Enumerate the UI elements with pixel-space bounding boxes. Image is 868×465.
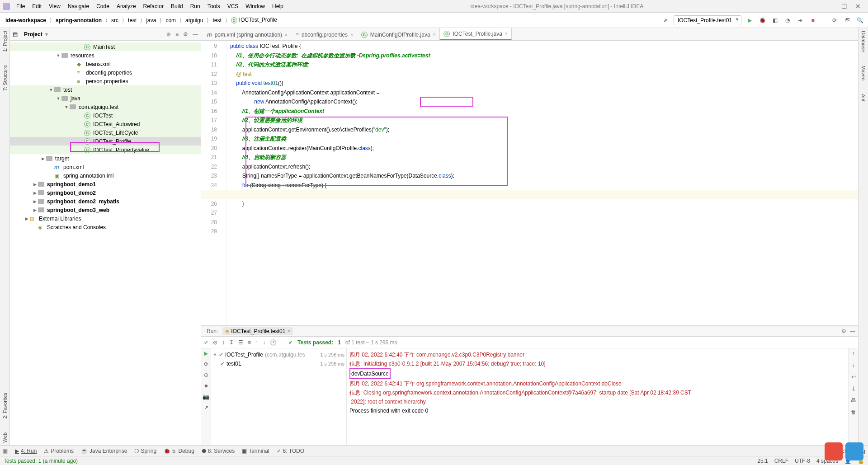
test-results-tree[interactable]: ▼✔IOCTest_Profile (com.atguigu.tes1 s 29… [211, 348, 347, 445]
editor-tab[interactable]: CMainConfigOfProfile.java× [357, 28, 440, 40]
menu-help[interactable]: Help [269, 1, 287, 11]
update-button[interactable]: ⟳ [830, 16, 839, 25]
close-icon[interactable]: × [433, 32, 436, 37]
print-icon[interactable]: 🖶 [851, 397, 856, 404]
code-line[interactable]: String[] namesForType = applicationConte… [230, 171, 454, 181]
console-line[interactable]: 四月 02, 2022 6:42:40 下午 com.mchange.v2.c3… [349, 350, 845, 359]
toolwindow-web[interactable]: Web [2, 432, 8, 442]
run-tab[interactable]: ⬘ IOCTest_Profile.test01 × [222, 327, 293, 335]
search-everywhere-button[interactable]: 🔍 [855, 16, 864, 25]
show-ignored-icon[interactable]: ⊘ [213, 339, 217, 346]
tree-item[interactable]: ▶springboot_demo2_mybatis [10, 197, 201, 206]
bottom-tab[interactable]: 🐞5: Debug [164, 448, 194, 454]
run-console[interactable]: 四月 02, 2022 6:42:40 下午 com.mchange.v2.c3… [347, 348, 848, 445]
code-line[interactable]: //3、注册主配置类 [230, 134, 454, 144]
collapse-icon[interactable]: ≡ [248, 339, 251, 346]
rerun-icon[interactable]: ▶ [204, 350, 208, 357]
tree-item[interactable]: ◈Scratches and Consoles [10, 223, 201, 231]
menu-file[interactable]: File [13, 1, 28, 11]
hide-icon[interactable]: — [193, 31, 198, 38]
run-button[interactable]: ▶ [745, 16, 754, 25]
maximize-button[interactable]: ☐ [841, 3, 847, 10]
hide-icon[interactable]: — [850, 328, 855, 334]
tree-item[interactable]: ▶springboot_demo1 [10, 180, 201, 188]
code-line[interactable]: @Test [230, 70, 454, 79]
tree-arrow-icon[interactable]: ▼ [48, 88, 54, 92]
bottom-tab[interactable]: ⬡Spring [134, 448, 156, 454]
close-button[interactable]: ✕ [855, 3, 861, 10]
close-icon[interactable]: × [350, 33, 353, 38]
debug-button[interactable]: 🐞 [758, 16, 767, 25]
tree-item[interactable]: CIOCTest_Profile [10, 137, 201, 146]
bottom-tab[interactable]: ▣Terminal [242, 448, 269, 454]
code-line[interactable]: applicationContext.register(MainConfigOf… [230, 144, 454, 153]
next-icon[interactable]: ↓ [263, 339, 265, 346]
console-line[interactable]: Process finished with exit code 0 [349, 406, 845, 415]
menu-refactor[interactable]: Refactor [140, 1, 167, 11]
layout-icon[interactable]: ↗ [204, 404, 208, 411]
bottom-tab[interactable]: ☕Java Enterprise [81, 448, 127, 454]
close-icon[interactable]: × [505, 31, 508, 36]
tree-item[interactable]: mpom.xml [10, 163, 201, 171]
close-icon[interactable]: × [287, 328, 290, 334]
bottom-tab[interactable]: ▶4: Run [15, 448, 37, 454]
export-icon[interactable]: 🕐 [270, 339, 277, 346]
tree-item[interactable]: ▶springboot_demo3_web [10, 206, 201, 214]
breadcrumb-item[interactable]: idea-workspace [4, 16, 48, 24]
bottom-tab[interactable]: ✓6: TODO [277, 448, 305, 454]
status-encoding[interactable]: UTF-8 [795, 458, 810, 464]
run-config-selector[interactable]: IOCTest_Profile.test01 [674, 15, 741, 25]
bottom-tab[interactable]: ⚠Problems [44, 448, 74, 454]
tree-arrow-icon[interactable]: ▼ [55, 96, 61, 101]
minimize-button[interactable]: — [827, 3, 833, 10]
code-line[interactable]: //1、创建一个applicationContext [230, 107, 454, 116]
test-tree-item[interactable]: ✔test011 s 296 ms [213, 359, 344, 368]
toolwindow-maven[interactable]: Maven [861, 66, 866, 80]
tree-item[interactable]: CIOCTest_LifeCycle [10, 128, 201, 137]
code-line[interactable]: public void test01(){ [230, 79, 454, 88]
stop-button[interactable]: ■ [808, 16, 817, 25]
menu-code[interactable]: Code [93, 1, 113, 11]
attach-button[interactable]: ➜ [796, 16, 805, 25]
toolwindow-database[interactable]: Database [861, 31, 866, 52]
tree-arrow-icon[interactable]: ▼ [55, 53, 61, 58]
editor-tab[interactable]: ≡dbconfig.properties× [292, 29, 357, 40]
breadcrumb-item[interactable]: test [211, 16, 223, 24]
menu-window[interactable]: Window [242, 1, 269, 11]
menu-run[interactable]: Run [187, 1, 204, 11]
project-tree[interactable]: CMainTest▼resources◆beans.xml≡dbconfig.p… [10, 41, 201, 445]
code-line[interactable]: for (String string : namesForType) { [230, 181, 454, 190]
status-line-separator[interactable]: CRLF [774, 458, 788, 464]
code-content[interactable]: public class IOCTest_Profile { //1、使用命令行… [226, 41, 454, 325]
breadcrumb-item[interactable]: CIOCTest_Profile [229, 16, 279, 24]
tree-item[interactable]: ▣spring-annotation.iml [10, 171, 201, 180]
breadcrumb-item[interactable]: java [144, 16, 158, 24]
scroll-to-end-icon[interactable]: ⤓ [851, 385, 856, 392]
tree-item[interactable]: ▶springboot_demo2 [10, 188, 201, 197]
scroll-down-icon[interactable]: ↓ [852, 362, 855, 368]
menu-build[interactable]: Build [167, 1, 187, 11]
build-icon[interactable]: ⬈ [661, 16, 670, 25]
expand-all-icon[interactable]: ≡ [175, 31, 179, 38]
menu-view[interactable]: View [45, 1, 64, 11]
code-line[interactable]: new AnnotationConfigApplicationContext()… [230, 97, 454, 107]
tree-arrow-icon[interactable]: ▶ [32, 182, 38, 187]
code-line[interactable]: applicationContext.getEnvironment().setA… [230, 125, 454, 135]
editor-tab[interactable]: mpom.xml (spring-annotation)× [203, 29, 292, 40]
breadcrumb-item[interactable]: test [126, 16, 138, 24]
tree-item[interactable]: ▼java [10, 94, 201, 103]
tree-arrow-icon[interactable]: ▼ [63, 105, 70, 109]
show-passed-icon[interactable]: ✔ [204, 339, 208, 346]
soft-wrap-icon[interactable]: ↩ [851, 374, 856, 380]
console-line[interactable]: 四月 02, 2022 6:42:41 下午 org.springframewo… [349, 379, 845, 388]
tree-arrow-icon[interactable]: ▶ [32, 208, 38, 212]
tree-item[interactable]: CIOCTest_Propertyvalue [10, 146, 201, 154]
menu-analyze[interactable]: Analyze [113, 1, 140, 11]
tree-arrow-icon[interactable]: ▶ [32, 199, 38, 204]
code-line[interactable]: //1、使用命令行动态参数: 在虚拟机参数位置加载 -Dspring.profi… [230, 51, 454, 61]
tree-arrow-icon[interactable]: ▼ [213, 352, 217, 357]
bottom-tab[interactable]: ⬢8: Services [202, 448, 235, 454]
structure-icon[interactable]: 🗗 [843, 16, 852, 25]
dump-icon[interactable]: 📷 [203, 394, 209, 400]
stop-icon[interactable]: ■ [204, 383, 208, 389]
